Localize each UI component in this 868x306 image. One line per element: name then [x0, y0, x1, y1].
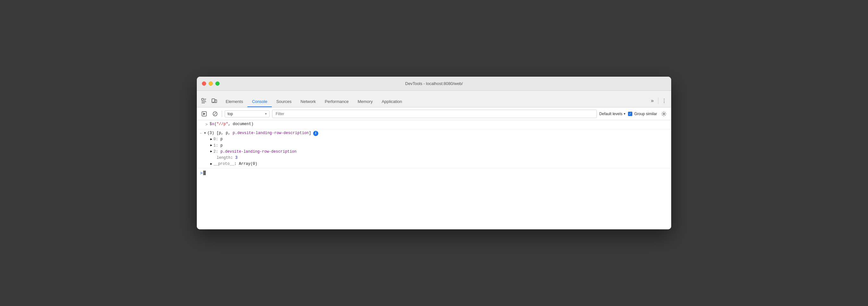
- item-1-expand-icon[interactable]: ►: [210, 143, 212, 148]
- info-badge[interactable]: i: [313, 131, 318, 136]
- tab-application[interactable]: Application: [377, 92, 407, 107]
- tab-console[interactable]: Console: [247, 92, 272, 107]
- tab-performance[interactable]: Performance: [320, 92, 353, 107]
- svg-rect-2: [215, 100, 217, 103]
- nav-tabs: Elements Console Sources Network Perform…: [197, 91, 671, 107]
- svg-marker-5: [203, 113, 206, 115]
- tab-sources[interactable]: Sources: [272, 92, 296, 107]
- tab-elements[interactable]: Elements: [221, 92, 247, 107]
- array-item-0: ► 0: p: [200, 136, 668, 142]
- array-header-text: (3) [p, p, p.devsite-landing-row-descrip…: [207, 130, 311, 136]
- back-arrow-icon: ←: [200, 131, 202, 136]
- more-options-button[interactable]: ⋮: [660, 96, 669, 105]
- title-bar: DevTools - localhost:8080/web/: [197, 77, 671, 91]
- inspector-icon-button[interactable]: [199, 96, 208, 105]
- proto-text: __proto__: Array(0): [214, 161, 257, 167]
- console-output-array-header: ← ▼ (3) [p, p, p.devsite-landing-row-des…: [197, 129, 671, 168]
- proto-expand-icon[interactable]: ►: [210, 162, 212, 167]
- item-0-text: 0: p: [214, 136, 223, 142]
- nav-divider: [658, 98, 658, 104]
- toolbar-divider-1: [222, 111, 222, 117]
- item-2-expand-icon[interactable]: ►: [210, 149, 212, 154]
- svg-rect-0: [202, 99, 204, 101]
- levels-arrow-icon: ▾: [624, 112, 625, 115]
- cursor-prompt: >: [200, 170, 203, 175]
- devtools-window: DevTools - localhost:8080/web/ Elements: [197, 77, 671, 229]
- device-toolbar-icon-button[interactable]: [210, 96, 219, 105]
- close-button[interactable]: [202, 81, 206, 86]
- svg-line-7: [214, 113, 216, 115]
- array-item-2: ► 2: p.devsite-landing-row-description: [200, 149, 668, 155]
- filter-input[interactable]: [272, 110, 597, 118]
- item-0-expand-icon[interactable]: ►: [210, 137, 212, 142]
- item-2-text: 2: p.devsite-landing-row-description: [214, 149, 297, 155]
- traffic-lights: [202, 81, 220, 86]
- console-toolbar: top ▾ Default levels ▾ ✓ Group similar: [197, 107, 671, 120]
- array-item-1: ► 1: p: [200, 143, 668, 149]
- nav-more: » ⋮: [648, 96, 669, 105]
- log-levels-button[interactable]: Default levels ▾: [599, 112, 625, 116]
- nav-icons: [199, 96, 219, 105]
- clear-console-icon-button[interactable]: [211, 110, 219, 118]
- window-title: DevTools - localhost:8080/web/: [405, 81, 463, 86]
- group-similar-checkbox[interactable]: ✓ Group similar: [628, 112, 657, 116]
- item-1-text: 1: p: [214, 143, 223, 149]
- more-tabs-button[interactable]: »: [648, 96, 657, 105]
- execute-icon-button[interactable]: [200, 110, 208, 118]
- minimize-button[interactable]: [209, 81, 213, 86]
- svg-point-3: [213, 102, 214, 103]
- console-input-code: $x("//p", document): [210, 121, 253, 127]
- console-input-entry: > $x("//p", document): [197, 120, 671, 129]
- settings-icon-button[interactable]: [660, 110, 668, 118]
- blinking-cursor: [203, 171, 206, 175]
- console-cursor-line[interactable]: >: [197, 168, 671, 177]
- array-proto: ► __proto__: Array(0): [200, 161, 668, 167]
- length-text: length: 3: [217, 155, 238, 161]
- tab-network[interactable]: Network: [296, 92, 320, 107]
- console-output: > $x("//p", document) ← ▼ (3) [p, p, p.d…: [197, 120, 671, 229]
- svg-point-8: [663, 113, 665, 114]
- context-selector-arrow-icon: ▾: [265, 112, 267, 115]
- context-selector[interactable]: top ▾: [225, 110, 270, 117]
- input-gutter: >: [200, 121, 208, 128]
- checkbox-icon: ✓: [628, 112, 632, 116]
- array-length: length: 3: [200, 155, 668, 161]
- array-expand-triangle[interactable]: ▼: [204, 131, 206, 136]
- maximize-button[interactable]: [215, 81, 220, 86]
- tab-memory[interactable]: Memory: [353, 92, 377, 107]
